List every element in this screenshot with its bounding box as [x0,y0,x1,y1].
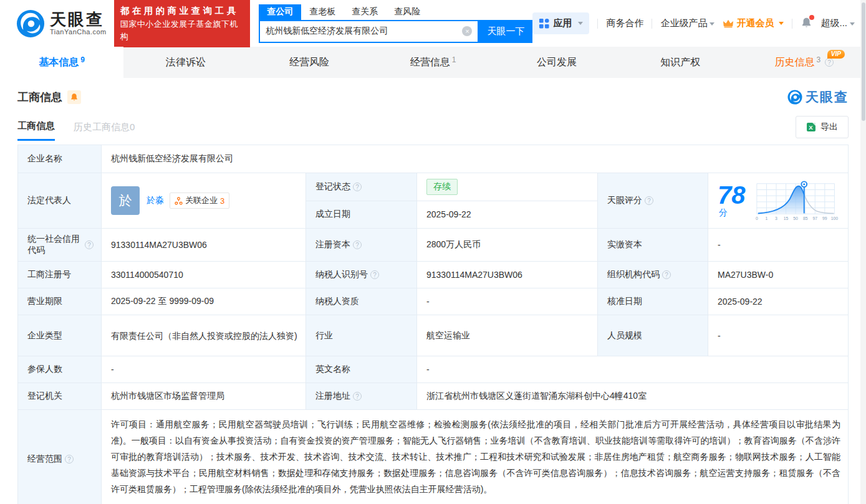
network-icon [175,197,183,205]
business-info-table: 企业名称 杭州钱新低空经济发展有限公司 法定代表人 於 於淼 关联企业 3 [17,145,849,504]
legal-rep-value: 於 於淼 关联企业 3 [102,173,306,229]
scrollbar[interactable] [860,0,866,504]
chevron-down-icon [779,22,784,25]
address-value: 浙江省杭州市钱塘区义蓬街道智涌东湖科创中心4幢410室 [417,383,848,410]
help-icon[interactable]: ? [662,270,671,279]
section-title: 工商信息 [17,90,62,105]
paid-capital-value: - [708,229,848,262]
tab-operation-risk[interactable]: 经营风险 [248,47,371,78]
establish-date-label: 成立日期 [306,201,417,229]
uscc-value: 91330114MA27U3BW06 [102,229,306,262]
company-type-label: 企业类型 [18,315,102,356]
bell-icon [70,93,79,102]
subtab-history-business-info[interactable]: 历史工商信息0 [74,121,135,133]
svg-text:97: 97 [812,216,817,221]
top-header: 天眼查 TianYanCha.com 都在用的商业查询工具 国家中小企业发展子基… [0,0,866,47]
menu-vip-upgrade[interactable]: 开通会员 [723,17,784,29]
taxpayer-quality-label: 纳税人资质 [306,288,417,315]
search-tab-relation[interactable]: 查关系 [344,4,386,20]
tab-company-development[interactable]: 公司发展 [495,47,618,78]
notification-dot [809,15,814,20]
score-unit: 分 [719,207,728,217]
tab-intellectual-property[interactable]: 知识产权 [618,47,742,78]
tab-legal-proceedings[interactable]: 法律诉讼 [123,47,247,78]
logo-domain: TianYanCha.com [50,28,107,36]
table-row: 法定代表人 於 於淼 关联企业 3 登记状态? 存续 [18,173,848,229]
help-icon[interactable]: ? [353,392,362,401]
vip-badge: VIP [827,50,845,59]
menu-super-vip[interactable]: 超级... [820,17,855,29]
svg-text:0: 0 [756,216,758,221]
svg-text:3: 3 [775,216,777,221]
menu-cooperation[interactable]: 商务合作 [606,17,643,29]
help-icon[interactable]: ? [353,240,362,249]
help-icon[interactable]: ? [645,196,653,205]
tab-basic-info[interactable]: 基本信息9 [0,47,123,78]
help-icon[interactable]: ? [85,240,94,249]
subtab-business-info[interactable]: 工商信息 [17,120,55,141]
table-row: 工商注册号 330114000540710 纳税人识别号? 91330114MA… [18,262,848,288]
subscribe-bell-button[interactable] [67,90,81,104]
slogan-line1: 都在用的商业查询工具 [120,4,244,17]
related-companies-badge[interactable]: 关联企业 3 [170,193,229,209]
term-label: 营业期限 [18,288,102,315]
app-grid-icon [539,18,549,29]
svg-text:85: 85 [803,216,808,221]
tab-history-info[interactable]: VIP 历史信息3 ? [743,47,866,78]
reg-number-value: 330114000540710 [102,262,306,288]
table-row: 企业类型 有限责任公司（非自然人投资或控股的法人独资) 行业 航空运输业 人员规… [18,315,848,356]
search-tab-company[interactable]: 查公司 [259,4,301,20]
search-tab-risk[interactable]: 查风险 [386,4,428,20]
logo-swirl-icon [16,9,45,38]
tab-operation-info[interactable]: 经营信息1 [371,47,494,78]
divider [792,19,792,29]
help-icon[interactable]: ? [825,58,834,67]
chevron-down-icon [850,22,855,26]
search-box: × [259,20,479,43]
divider [652,19,652,29]
reg-authority-value: 杭州市钱塘区市场监督管理局 [102,383,306,410]
uscc-label: 统一社会信用代码? [18,229,102,262]
term-value: 2025-09-22 至 9999-09-09 [102,288,306,315]
export-button[interactable]: X 导出 [796,116,849,138]
svg-text:15: 15 [784,216,789,221]
help-icon[interactable]: ? [370,270,379,279]
svg-text:50: 50 [793,216,798,221]
table-row: 经营范围? 许可项目：通用航空服务；民用航空器驾驶员培训；飞行训练；民用航空器维… [18,410,848,504]
staff-size-value: - [708,315,848,356]
help-icon[interactable]: ? [353,183,362,191]
notifications-bell[interactable] [801,17,812,31]
status-date-stack: 登记状态? 存续 成立日期 2025-09-22 [306,173,598,229]
clear-search-icon[interactable]: × [462,26,472,36]
reg-status-label: 登记状态? [306,173,417,201]
industry-label: 行业 [306,315,417,356]
help-icon[interactable]: ? [65,455,74,464]
menu-enterprise[interactable]: 企业级产品 [660,17,714,29]
svg-text:100: 100 [831,216,839,221]
search-tabs: 查公司 查老板 查关系 查风险 [259,4,532,20]
score-label: 天眼评分? [598,173,708,229]
tianyancha-logo[interactable]: 天眼查 TianYanCha.com [16,9,107,38]
section-header: 工商信息 天眼查 [0,78,866,111]
legal-rep-link[interactable]: 於淼 [147,195,164,206]
table-row: 登记机关 杭州市钱塘区市场监督管理局 注册地址? 浙江省杭州市钱塘区义蓬街道智涌… [18,383,848,410]
search-input[interactable] [266,26,462,36]
score-number: 78 [718,181,746,209]
score-distribution-chart: 0 1 3 15 50 85 97 99 100 [754,178,839,223]
reg-authority-label: 登记机关 [18,383,102,410]
avatar[interactable]: 於 [111,186,140,215]
search-button[interactable]: 天眼一下 [479,20,532,43]
status-badge: 存续 [426,179,458,195]
table-row: 统一社会信用代码? 91330114MA27U3BW06 注册资本? 2800万… [18,229,848,262]
english-name-value: - [417,356,848,383]
company-type-value: 有限责任公司（非自然人投资或控股的法人独资) [102,315,306,356]
search-tab-boss[interactable]: 查老板 [301,4,344,20]
apps-menu[interactable]: 应用 [532,12,589,34]
header-menu: 应用 商务合作 企业级产品 开通会员 超级... [532,12,855,34]
tianyancha-watermark: 天眼查 [787,88,849,106]
scrollbar-thumb[interactable] [862,2,865,121]
reg-capital-label: 注册资本? [306,229,417,262]
reg-number-label: 工商注册号 [18,262,102,288]
score-value: 78分 0 [708,173,848,229]
divider [597,19,598,29]
